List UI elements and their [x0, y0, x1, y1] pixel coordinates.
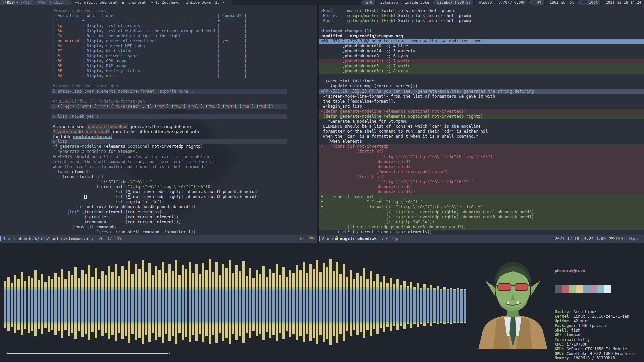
visualizer-segment	[158, 287, 161, 290]
visualizer-segment	[286, 290, 288, 322]
text-segment: Switch to starship shell prompt	[396, 18, 473, 23]
text-segment: commandp	[87, 220, 125, 224]
visualizer-bar	[98, 251, 100, 362]
visualizer-bar	[7, 251, 10, 362]
status-segment[interactable]: Zutomayo - Inside Joke	[378, 0, 432, 5]
visualizer-segment	[396, 287, 399, 290]
text-segment: #+RESULTS[7f62 ↓]: modeline-format-gen	[53, 99, 145, 104]
visualizer-segment	[34, 324, 37, 336]
text-segment: |	[53, 69, 57, 73]
visualizer-bar	[111, 251, 114, 362]
visualizer-segment	[199, 287, 201, 290]
visualizer-segment	[54, 290, 57, 322]
visualizer-segment	[380, 324, 382, 328]
visualizer-segment	[7, 287, 10, 290]
text-segment: mu-unread	[57, 39, 79, 43]
status-segment[interactable]: wlp8s0: 0.70k/ 0.00k	[476, 0, 528, 5]
buffer-name[interactable]: magit: phundrak	[340, 236, 377, 241]
git-icon: ◈	[331, 236, 334, 241]
emacs-org-buffer[interactable]: #+name: modeline-format| Formatter | Wha…	[0, 5, 317, 243]
text-segment: &optional	[128, 144, 150, 149]
kitty-terminal[interactable]: >	[0, 251, 644, 362]
status-segment[interactable]: ✉0	[363, 0, 375, 5]
text-segment: λ lisp	[53, 139, 67, 144]
text-segment: )))	[174, 220, 181, 224]
text-segment: + " ^[~A^]^(:bg \"~A\") "	[321, 199, 422, 204]
visualizer-segment	[195, 290, 198, 322]
visualizer-bar	[443, 251, 446, 362]
visualizer-segment	[185, 269, 187, 287]
text-segment: [Fish]	[381, 13, 396, 18]
buffer-line: v@@ -531,29 +532,28 @@ As you can see, ~…	[319, 89, 644, 94]
buffer-path[interactable]: phundrak/org/config/stumpwm.org	[18, 236, 93, 241]
fetch-row: Uptime: 42 mins	[555, 319, 641, 324]
visualizer-segment	[155, 266, 157, 287]
text-segment: %W	[57, 28, 79, 33]
visualizer-segment	[366, 324, 369, 330]
major-mode[interactable]: Magit	[629, 236, 641, 241]
buffer-line: ,phundrak-nord10 ;; 4 blue	[319, 44, 644, 49]
visualizer-segment	[58, 277, 60, 287]
visualizer-segment	[249, 287, 251, 290]
visualizer-segment	[386, 283, 389, 287]
visualizer-segment	[356, 290, 359, 322]
visualizer-segment	[252, 290, 255, 322]
buffer-line: formatter or the shell command to run, a…	[53, 159, 317, 164]
buffer-line	[319, 74, 644, 79]
fetch-user-host: phundrak@leon	[555, 269, 641, 274]
text-segment: formatter or the shell command to run, a…	[53, 159, 174, 164]
visualizer-bar	[380, 251, 382, 362]
buffer-line: " ^[~A^]^(:bg \"~A\") "	[53, 179, 317, 184]
status-segment[interactable]: 100%	[580, 0, 601, 5]
buffer-line: (if not-invertedp phundrak-nord3 phundra…	[53, 204, 317, 209]
visualizer-segment	[299, 324, 302, 336]
text-segment: the table [[modeline-format]].	[321, 99, 396, 104]
visualizer-segment	[316, 287, 318, 290]
text-segment: "Generate a modeline for StumpWM.	[53, 149, 138, 154]
org-buffer-content[interactable]: #+name: modeline-format| Formatter | Wha…	[0, 5, 317, 235]
workspace-tags[interactable]: [PRIV] [WWW] [FILES]	[18, 0, 67, 5]
text-segment: ⊻	[128, 194, 131, 199]
text-segment: ) (	[89, 104, 96, 109]
visualizer-segment	[34, 290, 37, 322]
magit-status-buffer[interactable]: vHead: master [Fish] Switch to starship …	[319, 5, 644, 243]
visualizer-segment	[64, 324, 67, 330]
cursor-position: 545:17 25%	[97, 236, 121, 241]
visualizer-segment	[232, 324, 234, 334]
status-segment[interactable]: Livebox-F200 57	[434, 0, 473, 5]
major-mode[interactable]: Org	[298, 236, 306, 241]
visualizer-segment	[118, 276, 120, 287]
fetch-key: Distro:	[555, 309, 573, 314]
visualizer-segment	[7, 324, 10, 331]
visualizer-bar	[272, 251, 275, 362]
visualizer-segment	[44, 324, 47, 328]
active-workspace[interactable]: «[DEV]»	[3, 0, 18, 5]
buffer-line: *screen-mode-line-format* from the list …	[53, 129, 317, 134]
visualizer-bar	[420, 251, 422, 362]
palette-swatch	[583, 285, 590, 293]
status-segment[interactable]: 2021-12-18 14:24	[603, 0, 644, 5]
status-segment[interactable]: ▣4%	[531, 0, 544, 5]
visualizer-bar	[68, 251, 70, 362]
visualizer-segment	[339, 290, 342, 322]
window-list[interactable]: «0: magit: phundrak ● phundrak -» 1: Zut…	[72, 0, 231, 5]
visualizer-segment	[152, 275, 154, 287]
visualizer-segment	[215, 287, 218, 290]
status-segment[interactable]: 1862 mb 5%	[547, 0, 577, 5]
visualizer-segment	[74, 324, 77, 339]
text-segment: when	[60, 169, 70, 174]
magit-buffer-content[interactable]: vHead: master [Fish] Switch to starship …	[319, 5, 644, 235]
buffer-line	[319, 23, 644, 28]
visualizer-segment	[101, 324, 104, 336]
visualizer-bar	[81, 251, 84, 362]
visualizer-segment	[168, 290, 171, 322]
visualizer-segment	[4, 287, 6, 290]
visualizer-segment	[256, 290, 258, 322]
status-label: 100%	[589, 0, 598, 5]
visualizer-segment	[232, 273, 234, 287]
visualizer-segment	[78, 278, 80, 287]
text-segment: + (if not-invertedp phundrak-nord3 phund…	[321, 225, 466, 229]
palette-swatch	[555, 285, 562, 293]
text-segment: + ,phundrak-nord3)) ;; 8 gray	[321, 69, 408, 73]
workspace-list[interactable]: «[DEV]» [PRIV] [WWW] [FILES]	[0, 0, 70, 5]
